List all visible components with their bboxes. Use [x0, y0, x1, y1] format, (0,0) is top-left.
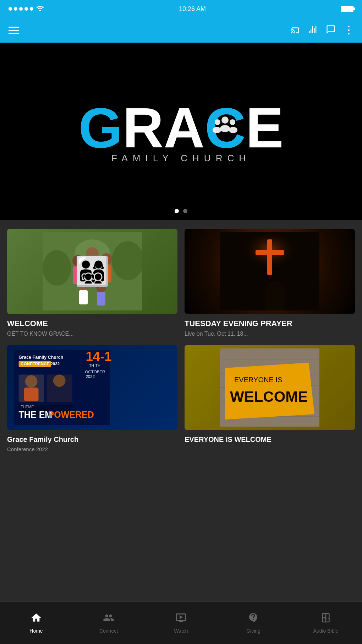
cast-icon[interactable]	[290, 25, 300, 36]
svg-text:EVERYONE IS: EVERYONE IS	[234, 376, 282, 384]
signal-bars-icon[interactable]	[308, 25, 318, 36]
signal-dot-3	[19, 7, 23, 11]
chat-icon[interactable]	[326, 25, 336, 36]
svg-rect-13	[73, 266, 83, 284]
menu-button[interactable]	[9, 27, 19, 34]
family-illustration	[43, 232, 142, 310]
svg-rect-37	[24, 388, 38, 401]
svg-text:TH-TH: TH-TH	[89, 363, 100, 368]
svg-point-1	[220, 125, 230, 132]
status-bar-right	[341, 6, 353, 12]
carousel-dots	[175, 209, 187, 213]
svg-text:Grace Family Church: Grace Family Church	[19, 355, 64, 360]
status-time: 10:26 AM	[179, 5, 206, 13]
nav-audio-bible[interactable]: Audio Bible	[290, 608, 362, 637]
conference-card-image: Grace Family Church CONFERENCE 2022 14-1…	[7, 345, 177, 430]
svg-rect-19	[97, 292, 105, 305]
home-icon	[31, 612, 42, 626]
svg-point-36	[25, 375, 38, 388]
svg-point-18	[96, 282, 106, 292]
svg-point-4	[230, 119, 235, 125]
svg-point-10	[86, 247, 99, 260]
hamburger-line-1	[9, 27, 19, 28]
svg-text:THEME: THEME	[21, 405, 34, 409]
svg-point-12	[72, 255, 84, 266]
svg-point-16	[78, 281, 88, 291]
svg-point-39	[53, 375, 66, 387]
prayer-card[interactable]: TUESDAY EVENING PRAYER Live on Tue, Oct …	[185, 229, 355, 338]
grace-text: G R A C E	[78, 99, 284, 156]
signal-dot-2	[14, 7, 17, 11]
conference-card-subtitle: Conference 2022	[7, 446, 177, 453]
svg-rect-23	[256, 250, 284, 255]
prayer-card-subtitle: Live on Tue, Oct 11, 18...	[185, 330, 355, 338]
church-logo: G R A C E	[71, 92, 291, 171]
svg-text:14-16: 14-16	[86, 350, 111, 364]
signal-dots	[9, 7, 33, 11]
welcome-card-subtitle: GET TO KNOW GRACE...	[7, 330, 177, 338]
nav-home-label: Home	[29, 628, 43, 634]
svg-text:POWERED: POWERED	[48, 410, 94, 420]
header-actions: ⋮	[290, 25, 353, 36]
svg-text:OCTOBER: OCTOBER	[85, 370, 105, 374]
svg-point-5	[229, 127, 237, 133]
nav-connect-label: Connect	[99, 628, 118, 634]
prayer-photo	[185, 229, 355, 314]
prayer-illustration	[220, 232, 319, 310]
status-bar-left	[9, 5, 44, 13]
nav-watch-label: Watch	[174, 628, 188, 634]
nav-home[interactable]: Home	[0, 608, 72, 637]
svg-text:THE EM: THE EM	[19, 410, 53, 420]
content-grid: WELCOME GET TO KNOW GRACE...	[7, 229, 355, 453]
svg-rect-15	[102, 265, 111, 282]
svg-point-7	[43, 250, 71, 286]
audio-bible-icon	[320, 612, 331, 626]
carousel-dot-2[interactable]	[183, 209, 187, 213]
hero-banner: G R A C E	[0, 43, 362, 220]
svg-text:2022: 2022	[86, 374, 95, 379]
connect-icon	[103, 612, 114, 626]
grace-letter-a: A	[164, 99, 205, 156]
bottom-nav: Home Connect Watch Giving	[0, 601, 362, 644]
svg-rect-11	[87, 260, 98, 280]
grace-letter-e: E	[246, 99, 284, 156]
svg-rect-40	[52, 387, 66, 401]
svg-point-14	[101, 253, 112, 265]
svg-point-3	[213, 127, 221, 133]
everyone-welcome-card[interactable]: EVERYONE IS WELCOME EVERYONE IS WELCOME	[185, 345, 355, 453]
prayer-card-title: TUESDAY EVENING PRAYER	[185, 319, 355, 328]
battery-icon	[341, 6, 353, 12]
everyone-welcome-photo: EVERYONE IS WELCOME	[185, 345, 355, 430]
nav-watch[interactable]: Watch	[145, 608, 217, 637]
carousel-dot-1[interactable]	[175, 209, 179, 213]
welcome-card-title: WELCOME	[7, 319, 177, 328]
watch-icon	[175, 612, 187, 626]
more-options-icon[interactable]: ⋮	[344, 25, 353, 35]
grace-letter-r: R	[123, 99, 164, 156]
signal-dot-1	[9, 7, 12, 11]
conference-illustration: Grace Family Church CONFERENCE 2022 14-1…	[12, 350, 111, 425]
app-header: ⋮	[0, 18, 362, 43]
nav-giving-label: Giving	[246, 628, 260, 634]
svg-rect-22	[267, 239, 272, 275]
people-icon	[213, 115, 237, 141]
welcome-sign-image: EVERYONE IS WELCOME	[185, 345, 355, 430]
hamburger-line-3	[9, 33, 19, 34]
nav-audio-bible-label: Audio Bible	[313, 628, 339, 634]
grace-letter-c: C	[205, 99, 246, 156]
hamburger-line-2	[9, 30, 19, 31]
conference-photo: Grace Family Church CONFERENCE 2022 14-1…	[7, 345, 177, 430]
signal-dot-4	[24, 7, 28, 11]
svg-text:CONFERENCE 2022: CONFERENCE 2022	[21, 362, 60, 366]
svg-rect-17	[79, 290, 88, 304]
welcome-card[interactable]: WELCOME GET TO KNOW GRACE...	[7, 229, 177, 338]
everyone-welcome-title: EVERYONE IS WELCOME	[185, 435, 355, 444]
nav-giving[interactable]: Giving	[217, 608, 290, 637]
nav-connect[interactable]: Connect	[72, 608, 145, 637]
svg-point-2	[215, 119, 220, 125]
wifi-icon	[36, 5, 44, 13]
svg-point-0	[221, 117, 229, 124]
prayer-card-image	[185, 229, 355, 314]
content-section: WELCOME GET TO KNOW GRACE...	[0, 220, 362, 461]
conference-card[interactable]: Grace Family Church CONFERENCE 2022 14-1…	[7, 345, 177, 453]
